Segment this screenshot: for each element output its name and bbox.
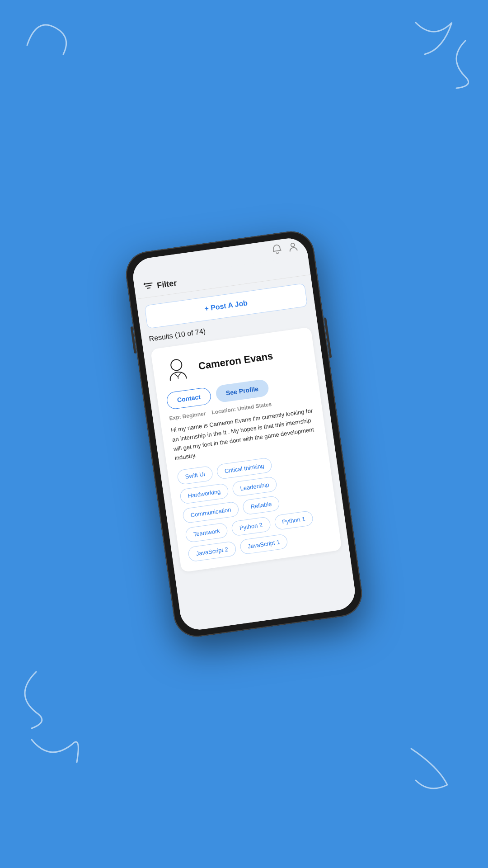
skill-tag[interactable]: Hardworking xyxy=(179,483,230,505)
svg-line-7 xyxy=(178,377,178,378)
skill-tag[interactable]: Communication xyxy=(182,501,240,524)
squiggle-2 xyxy=(407,14,461,61)
content-area: + Post A Job Results (10 of 74) Ca xyxy=(136,275,357,632)
avatar xyxy=(161,353,193,386)
skill-tag[interactable]: Python 1 xyxy=(273,510,314,531)
see-profile-button[interactable]: See Profile xyxy=(215,379,270,403)
skill-tag[interactable]: JavaScript 1 xyxy=(239,533,288,555)
svg-point-6 xyxy=(170,359,183,371)
experience-label: Exp: Beginner xyxy=(169,410,206,421)
notification-icon[interactable] xyxy=(272,243,282,257)
header-title: Filter xyxy=(156,278,178,290)
skills-container: Swift UiCritical thinkingHardworkingLead… xyxy=(177,450,332,562)
skill-tag[interactable]: Critical thinking xyxy=(216,457,273,480)
squiggle-4 xyxy=(27,726,86,778)
squiggle-5 xyxy=(402,740,465,800)
skill-tag[interactable]: Python 2 xyxy=(231,516,271,537)
svg-line-1 xyxy=(144,283,152,284)
user-icon[interactable] xyxy=(288,241,299,255)
squiggle-3 xyxy=(438,36,474,92)
squiggle-1 xyxy=(18,9,81,65)
skill-tag[interactable]: JavaScript 2 xyxy=(188,541,237,562)
skill-tag[interactable]: Swift Ui xyxy=(177,466,214,486)
phone-frame: Filter + Post A Job Results (10 of 74) xyxy=(123,228,365,640)
filter-sort-icon xyxy=(143,281,154,292)
profile-card: Cameron Evans Contact See Profile Exp: B… xyxy=(150,327,342,572)
squiggle-6 xyxy=(9,667,54,732)
contact-button[interactable]: Contact xyxy=(166,387,212,410)
phone-screen: Filter + Post A Job Results (10 of 74) xyxy=(131,236,357,632)
skill-tag[interactable]: Leadership xyxy=(232,476,278,497)
svg-line-2 xyxy=(145,285,151,286)
skill-tag[interactable]: Teamwork xyxy=(185,523,229,543)
svg-point-0 xyxy=(291,243,295,247)
skill-tag[interactable]: Reliable xyxy=(242,495,281,515)
svg-line-3 xyxy=(147,288,150,288)
profile-name: Cameron Evans xyxy=(197,350,273,373)
